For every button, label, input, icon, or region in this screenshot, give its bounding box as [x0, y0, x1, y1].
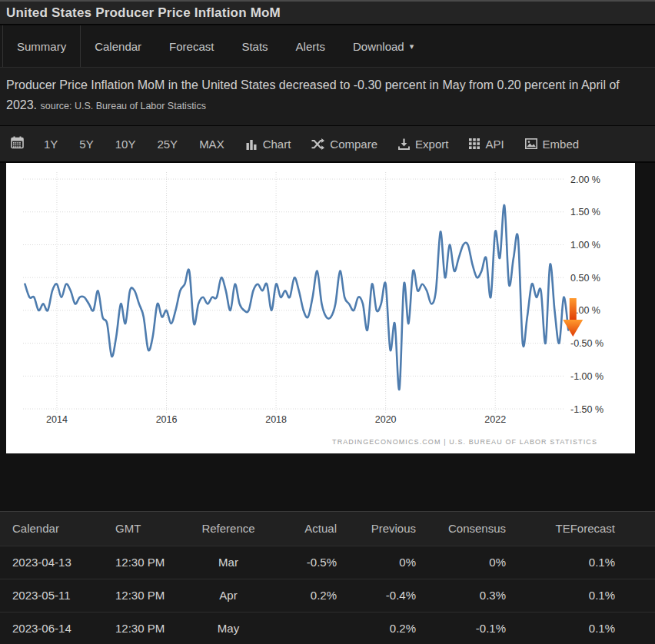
embed-button-label: Embed — [543, 138, 580, 151]
col-reference: Reference — [172, 512, 272, 546]
tab-alerts[interactable]: Alerts — [282, 25, 339, 67]
tab-stats[interactable]: Stats — [228, 25, 281, 67]
col-actual: Actual — [272, 512, 337, 546]
embed-button[interactable]: Embed — [525, 138, 580, 151]
svg-text:1.00 %: 1.00 % — [570, 240, 600, 251]
grid-icon — [469, 138, 480, 149]
cell-actual: -0.5% — [272, 546, 337, 579]
cell-teforecast: 0.1% — [506, 612, 615, 644]
svg-text:2020: 2020 — [375, 414, 397, 425]
cell-actual — [272, 612, 337, 644]
cell-reference: Apr — [172, 579, 272, 612]
page-title: United States Producer Price Inflation M… — [6, 5, 281, 21]
tab-calendar[interactable]: Calendar — [81, 25, 155, 67]
svg-text:2016: 2016 — [156, 414, 178, 425]
cell-previous: -0.4% — [337, 579, 416, 612]
shuffle-icon — [311, 138, 324, 150]
chart-section: 1Y 5Y 10Y 25Y MAX Chart — [0, 125, 655, 511]
source-attribution: source: U.S. Bureau of Labor Statistics — [41, 101, 206, 111]
cell-gmt: 12:30 PM — [103, 579, 172, 612]
range-10y-button[interactable]: 10Y — [115, 138, 136, 151]
chart-type-button[interactable]: Chart — [246, 138, 291, 151]
range-1y-button[interactable]: 1Y — [44, 138, 58, 151]
compare-button-label: Compare — [330, 138, 377, 151]
svg-text:-0.50 %: -0.50 % — [570, 338, 603, 349]
chart-panel: 2.00 %1.50 %1.00 %0.50 %0.00 %-0.50 %-1.… — [6, 163, 635, 453]
svg-text:-1.50 %: -1.50 % — [570, 404, 603, 415]
svg-text:2018: 2018 — [265, 414, 287, 425]
cell-gmt: 12:30 PM — [103, 546, 172, 579]
chevron-down-icon: ▾ — [410, 41, 414, 51]
svg-text:2.00 %: 2.00 % — [570, 174, 600, 185]
svg-text:TRADINGECONOMICS.COM | U.S. BU: TRADINGECONOMICS.COM | U.S. BUREAU OF LA… — [332, 438, 597, 446]
cell-date: 2023-05-11 — [0, 579, 103, 612]
cell-consensus: 0.3% — [416, 579, 506, 612]
svg-text:1.50 %: 1.50 % — [570, 207, 600, 217]
cell-date: 2023-06-14 — [0, 612, 103, 644]
col-consensus: Consensus — [416, 512, 506, 546]
summary-description: Producer Price Inflation MoM in the Unit… — [0, 68, 655, 125]
calendar-table: Calendar GMT Reference Actual Previous C… — [0, 511, 655, 644]
svg-text:2014: 2014 — [46, 414, 68, 425]
ppi-line-chart[interactable]: 2.00 %1.50 %1.00 %0.50 %0.00 %-0.50 %-1.… — [6, 163, 635, 453]
cell-reference: May — [172, 612, 272, 644]
cell-consensus: -0.1% — [416, 612, 506, 644]
download-icon — [398, 138, 410, 150]
api-button-label: API — [485, 138, 504, 151]
calendar-icon[interactable] — [11, 136, 24, 151]
table-header-row: Calendar GMT Reference Actual Previous C… — [0, 512, 655, 546]
cell-teforecast: 0.1% — [506, 579, 615, 612]
svg-text:2022: 2022 — [484, 414, 506, 425]
range-max-button[interactable]: MAX — [199, 138, 224, 151]
title-bar: United States Producer Price Inflation M… — [0, 0, 655, 25]
cell-previous: 0% — [337, 546, 416, 579]
bar-chart-icon — [246, 138, 258, 150]
table-row[interactable]: 2023-05-11 12:30 PM Apr 0.2% -0.4% 0.3% … — [0, 579, 655, 612]
col-gmt: GMT — [103, 512, 172, 546]
cell-teforecast: 0.1% — [506, 546, 615, 579]
svg-text:0.50 %: 0.50 % — [570, 273, 600, 284]
api-button[interactable]: API — [469, 138, 504, 151]
cell-actual: 0.2% — [272, 579, 337, 612]
tab-summary[interactable]: Summary — [2, 25, 81, 67]
col-previous: Previous — [337, 512, 416, 546]
nav-tabs: Summary Calendar Forecast Stats Alerts D… — [0, 25, 655, 68]
tab-download-label: Download — [353, 40, 404, 53]
cell-date: 2023-04-13 — [0, 546, 103, 579]
cell-consensus: 0% — [416, 546, 506, 579]
chart-button-label: Chart — [263, 138, 291, 151]
tab-forecast[interactable]: Forecast — [155, 25, 228, 67]
tab-download[interactable]: Download ▾ — [339, 25, 427, 67]
export-button-label: Export — [415, 138, 448, 151]
table-row[interactable]: 2023-04-13 12:30 PM Mar -0.5% 0% 0% 0.1% — [0, 546, 655, 579]
compare-button[interactable]: Compare — [311, 138, 377, 151]
cell-gmt: 12:30 PM — [103, 612, 172, 644]
col-teforecast: TEForecast — [506, 512, 615, 546]
range-25y-button[interactable]: 25Y — [157, 138, 178, 151]
cell-previous: 0.2% — [337, 612, 416, 644]
export-button[interactable]: Export — [398, 138, 448, 151]
trend-down-arrow — [570, 298, 577, 320]
col-calendar: Calendar — [0, 512, 103, 546]
image-icon — [525, 138, 537, 149]
svg-text:-1.00 %: -1.00 % — [570, 371, 603, 382]
chart-toolbar: 1Y 5Y 10Y 25Y MAX Chart — [0, 125, 655, 163]
table-row[interactable]: 2023-06-14 12:30 PM May 0.2% -0.1% 0.1% — [0, 612, 655, 644]
range-5y-button[interactable]: 5Y — [79, 138, 93, 151]
cell-reference: Mar — [172, 546, 272, 579]
